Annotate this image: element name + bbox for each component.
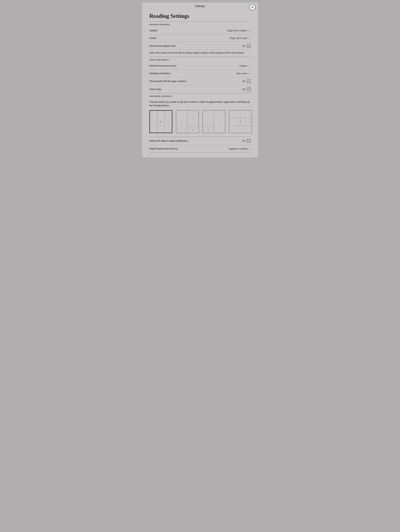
- ctrl4-middle-row: ≡: [229, 118, 252, 125]
- ctrl2-menu-area: ≡: [187, 127, 199, 133]
- footer-value-dropdown[interactable]: Pages left in book ⌄: [230, 37, 251, 40]
- control-option-3[interactable]: › ≡ ‹: [202, 110, 225, 133]
- ctrl2-back-icon: ‹: [181, 120, 182, 123]
- adobe-epub-checkbox[interactable]: ✓: [247, 79, 251, 83]
- onscreen-controls-section: ONSCREEN CONTROLS Choose where you prefe…: [149, 93, 251, 152]
- page-forward-back-chevron-icon: ⌄: [249, 147, 251, 150]
- control-option-2[interactable]: ‹ › ≡: [176, 110, 199, 133]
- ctrl3-menu-icon: ≡: [208, 129, 209, 131]
- swipe-brightness-row: Swipe left edge to adjust brightness: On…: [149, 137, 251, 145]
- progress-bar-control: On ✓: [242, 44, 251, 48]
- refresh-screen-row: Refresh the screen every: Chapter ⌄: [149, 62, 251, 70]
- page-appearance-section: PAGE APPEARANCE Refresh the screen every…: [149, 57, 251, 93]
- footer-row: Footer: Pages left in book ⌄: [149, 34, 251, 42]
- swipe-brightness-status: On: [242, 139, 246, 142]
- ctrl2-right-col: › ≡: [187, 110, 199, 133]
- header-value-dropdown[interactable]: Pages left in chapter ⌄: [227, 29, 251, 32]
- modal-header: Settings ✕: [142, 2, 258, 10]
- reading-orientation-dropdown[interactable]: Auto rotate ⌄: [236, 72, 251, 75]
- adobe-epub-status: On: [242, 80, 246, 83]
- ctrl4-forward-icon: ›: [240, 127, 241, 131]
- modal-title: Settings: [195, 5, 205, 8]
- page-forward-back-dropdown[interactable]: Tapping or swiping ⌄: [229, 147, 251, 150]
- progress-bar-checkbox[interactable]: ✓: [247, 44, 251, 48]
- ctrl2-menu-icon: ≡: [192, 129, 194, 131]
- page-forward-back-row: Page forward and back by: Tapping or swi…: [149, 145, 251, 152]
- progress-bar-label: Show book progress bar:: [149, 44, 176, 47]
- settings-content: Reading Settings READING PROGRESS Header…: [142, 10, 258, 152]
- reading-progress-label: READING PROGRESS: [149, 22, 251, 27]
- header-row: Header: Pages left in chapter ⌄: [149, 27, 251, 34]
- header-chevron-icon: ⌄: [249, 29, 251, 32]
- refresh-screen-value: Chapter: [239, 64, 247, 67]
- ctrl3-forward-icon: ›: [208, 117, 209, 120]
- ctrl1-menu-icon: ≡: [160, 120, 161, 123]
- swipe-brightness-label: Swipe left edge to adjust brightness:: [149, 139, 188, 142]
- adobe-epub-row: Show Adobe EPUB page numbers: On ✓: [149, 77, 251, 85]
- ctrl2-forward-area: ›: [187, 110, 199, 127]
- footer-label: Footer:: [149, 37, 157, 39]
- reading-orientation-chevron-icon: ⌄: [249, 72, 251, 75]
- progress-note: Note: Some books will not be able to dis…: [149, 50, 251, 57]
- ctrl4-back-icon: ‹: [240, 113, 241, 116]
- ctrl3-forward-area: ›: [203, 110, 214, 127]
- ctrl4-top-row: ‹: [229, 110, 252, 118]
- reading-orientation-row: Reading orientation: Auto rotate ⌄: [149, 70, 251, 77]
- ctrl4-menu-icon: ≡: [239, 120, 241, 123]
- control-option-1[interactable]: ‹ ≡ ›: [149, 110, 172, 133]
- page-title: Reading Settings: [149, 10, 251, 22]
- settings-modal: Settings ✕ Reading Settings READING PROG…: [142, 2, 258, 157]
- adobe-epub-label: Show Adobe EPUB page numbers:: [149, 80, 187, 83]
- refresh-screen-label: Refresh the screen every:: [149, 64, 177, 67]
- progress-bar-row: Show book progress bar: On ✓: [149, 42, 251, 50]
- header-value-text: Pages left in chapter: [227, 29, 247, 32]
- swipe-brightness-checkbox[interactable]: ✓: [247, 139, 251, 143]
- ctrl3-left-col: › ≡: [203, 110, 214, 133]
- page-appearance-label: PAGE APPEARANCE: [149, 57, 251, 62]
- controls-grid: ‹ ≡ › ‹: [149, 110, 251, 137]
- ctrl1-back-col: ‹: [150, 111, 157, 133]
- ctrl4-bottom-row: ›: [229, 126, 252, 133]
- ctrl1-forward-col: ›: [165, 111, 172, 133]
- dark-mode-checkbox[interactable]: ✓: [247, 88, 251, 91]
- refresh-screen-dropdown[interactable]: Chapter ⌄: [239, 64, 251, 67]
- refresh-screen-chevron-icon: ⌄: [249, 64, 251, 67]
- ctrl3-back-icon: ‹: [219, 120, 220, 123]
- ctrl2-forward-icon: ›: [193, 117, 194, 120]
- reading-progress-section: READING PROGRESS Header: Pages left in c…: [149, 22, 251, 57]
- reading-orientation-label: Reading orientation:: [149, 72, 171, 75]
- dark-mode-control: On ✓: [242, 88, 251, 91]
- onscreen-description: Choose where you prefer to tap your scre…: [149, 98, 251, 110]
- adobe-epub-control: On ✓: [242, 79, 251, 83]
- ctrl1-forward-icon: ›: [168, 120, 169, 123]
- onscreen-controls-label: ONSCREEN CONTROLS: [149, 93, 251, 98]
- ctrl2-back-col: ‹: [176, 110, 187, 133]
- ctrl1-back-icon: ‹: [153, 120, 154, 123]
- dark-mode-label: Dark mode:: [149, 88, 162, 91]
- swipe-brightness-control: On ✓: [242, 139, 251, 143]
- ctrl3-back-col: ‹: [214, 110, 225, 133]
- footer-chevron-icon: ⌄: [249, 37, 251, 40]
- ctrl3-menu-area: ≡: [203, 127, 214, 133]
- close-button[interactable]: ✕: [249, 4, 256, 10]
- header-label: Header:: [149, 29, 158, 32]
- dark-mode-status: On: [242, 88, 246, 91]
- ctrl1-menu-col: ≡: [157, 111, 165, 133]
- page-forward-back-value: Tapping or swiping: [229, 147, 247, 150]
- reading-orientation-value: Auto rotate: [236, 72, 247, 75]
- dark-mode-row: Dark mode: On ✓: [149, 85, 251, 93]
- progress-bar-status: On: [242, 44, 246, 47]
- control-option-4[interactable]: ‹ ≡ ›: [229, 110, 252, 133]
- footer-value-text: Pages left in book: [230, 37, 247, 39]
- page-forward-back-label: Page forward and back by:: [149, 147, 178, 150]
